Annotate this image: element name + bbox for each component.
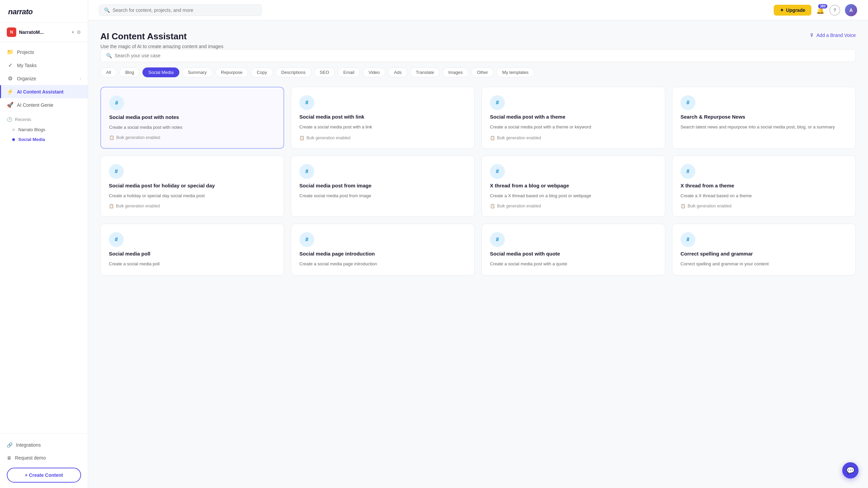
card-desc-post-with-theme: Create a social media post with a theme … — [490, 124, 657, 131]
card-post-with-quote[interactable]: #Social media post with quoteCreate a so… — [481, 224, 665, 276]
card-desc-holiday-special-day: Create a holiday or special day social m… — [109, 192, 276, 199]
dot-icon — [12, 128, 15, 131]
logo-area: narrato — [0, 0, 88, 23]
card-icon-x-thread-theme: # — [680, 164, 695, 179]
request-demo-link[interactable]: 🖥 Request demo — [7, 452, 81, 464]
filter-tag-all[interactable]: All — [100, 67, 117, 77]
card-icon-post-with-notes: # — [109, 96, 124, 110]
sidebar-item-organize[interactable]: ⚙ Organize › — [0, 72, 88, 85]
workspace-selector[interactable]: N NarratoM... ▾ ⚙ — [0, 23, 88, 42]
copy-icon: 📋 — [490, 136, 495, 140]
copy-icon: 📋 — [490, 204, 495, 208]
help-button[interactable]: ? — [829, 5, 840, 16]
chat-support-button[interactable]: 💬 — [842, 462, 859, 479]
filter-tag-copy[interactable]: Copy — [251, 67, 273, 77]
monitor-icon: 🖥 — [7, 455, 12, 461]
filter-tag-ads[interactable]: Ads — [388, 67, 407, 77]
filter-tag-email[interactable]: Email — [338, 67, 360, 77]
tasks-icon: ✓ — [7, 62, 14, 68]
sidebar-item-ai-content-assistant[interactable]: ⚡ AI Content Assistant — [0, 85, 88, 98]
card-correct-spelling-grammar[interactable]: #Correct spelling and grammarCorrect spe… — [672, 224, 856, 276]
card-post-with-theme[interactable]: #Social media post with a themeCreate a … — [481, 87, 665, 149]
sidebar-item-ai-content-genie[interactable]: 🚀 AI Content Genie — [0, 98, 88, 111]
use-case-search-input[interactable] — [115, 53, 850, 58]
filter-tag-seo[interactable]: SEO — [314, 67, 335, 77]
integrations-label: Integrations — [16, 442, 41, 448]
chevron-down-icon: ▾ — [72, 30, 74, 35]
filter-tag-other[interactable]: Other — [471, 67, 494, 77]
clock-icon: 🕐 — [7, 117, 12, 122]
card-x-thread-blog[interactable]: #X thread from a blog or webpageCreate a… — [481, 156, 665, 217]
mic-icon: 🎙 — [810, 33, 814, 38]
card-bulk-post-with-notes: 📋Bulk generation enabled — [109, 135, 275, 140]
dot-icon — [12, 138, 15, 141]
upgrade-label: Upgrade — [786, 7, 805, 13]
card-social-media-page-intro[interactable]: #Social media page introductionCreate a … — [291, 224, 475, 276]
card-icon-social-media-page-intro: # — [299, 232, 314, 247]
gear-icon[interactable]: ⚙ — [77, 29, 81, 35]
header-actions: ✦ Upgrade 🔔 380 ? A — [774, 4, 857, 16]
card-title-correct-spelling-grammar: Correct spelling and grammar — [680, 250, 847, 257]
recent-item-label: Narrato Blogs — [18, 127, 45, 132]
card-title-holiday-special-day: Social media post for holiday or special… — [109, 182, 276, 189]
copy-icon: 📋 — [680, 204, 686, 208]
sidebar-item-my-tasks[interactable]: ✓ My Tasks — [0, 59, 88, 72]
card-icon-correct-spelling-grammar: # — [680, 232, 695, 247]
card-post-with-notes[interactable]: #Social media post with notesCreate a so… — [100, 87, 284, 149]
card-social-media-poll[interactable]: #Social media pollCreate a social media … — [100, 224, 284, 276]
recent-item-social-media[interactable]: Social Media — [0, 135, 88, 144]
upgrade-button[interactable]: ✦ Upgrade — [774, 5, 811, 16]
card-title-x-thread-theme: X thread from a theme — [680, 182, 847, 189]
brand-voice-label: Add a Brand Voice — [816, 33, 856, 38]
copy-icon: 📋 — [109, 204, 114, 208]
card-title-post-from-image: Social media post from image — [299, 182, 466, 189]
filter-bar: 🔍 AllBlogSocial MediaSummaryRepurposeCop… — [100, 49, 856, 77]
filter-tag-social-media[interactable]: Social Media — [142, 67, 179, 77]
create-content-button[interactable]: + Create Content — [7, 468, 81, 483]
card-desc-social-media-page-intro: Create a social media page introduction — [299, 261, 466, 267]
filter-tag-video[interactable]: Video — [363, 67, 386, 77]
help-icon: ? — [833, 7, 836, 13]
user-avatar[interactable]: A — [845, 4, 857, 16]
sidebar-nav: 📁 Projects ✓ My Tasks ⚙ Organize › ⚡ AI … — [0, 42, 88, 433]
filter-tag-my-templates[interactable]: My templates — [496, 67, 534, 77]
global-search-input[interactable] — [113, 7, 257, 13]
filter-tag-translate[interactable]: Translate — [410, 67, 440, 77]
sidebar-item-label: My Tasks — [17, 63, 37, 68]
chevron-right-icon: › — [80, 77, 81, 81]
sidebar-item-label: AI Content Assistant — [17, 89, 63, 95]
filter-tag-descriptions[interactable]: Descriptions — [276, 67, 312, 77]
card-desc-post-with-quote: Create a social media post with a quote — [490, 261, 657, 267]
recent-item-narrato-blogs[interactable]: Narrato Blogs — [0, 125, 88, 135]
page-title-section: AI Content Assistant Use the magic of AI… — [100, 31, 223, 49]
sidebar-item-projects[interactable]: 📁 Projects — [0, 45, 88, 59]
chat-icon: 💬 — [846, 466, 855, 474]
notifications-button[interactable]: 🔔 380 — [816, 6, 825, 14]
filter-tag-blog[interactable]: Blog — [119, 67, 140, 77]
filter-tag-repurpose[interactable]: Repurpose — [215, 67, 249, 77]
search-icon: 🔍 — [104, 7, 110, 13]
card-x-thread-theme[interactable]: #X thread from a themeCreate a X thread … — [672, 156, 856, 217]
integrations-icon: 🔗 — [7, 442, 13, 448]
add-brand-voice-button[interactable]: 🎙 Add a Brand Voice — [810, 33, 856, 38]
card-search-repurpose-news[interactable]: #Search & Repurpose NewsSearch latest ne… — [672, 87, 856, 149]
sidebar-item-label: Projects — [17, 49, 34, 55]
card-desc-post-from-image: Create social media post from image — [299, 192, 466, 209]
sidebar-item-label: Organize — [17, 76, 36, 81]
projects-icon: 📁 — [7, 49, 14, 55]
card-holiday-special-day[interactable]: #Social media post for holiday or specia… — [100, 156, 284, 217]
filter-tag-images[interactable]: Images — [442, 67, 469, 77]
filter-tag-summary[interactable]: Summary — [182, 67, 213, 77]
card-post-from-image[interactable]: #Social media post from imageCreate soci… — [291, 156, 475, 217]
card-icon-search-repurpose-news: # — [680, 95, 695, 110]
use-case-search[interactable]: 🔍 — [100, 49, 856, 62]
integrations-link[interactable]: 🔗 Integrations — [7, 439, 81, 451]
organize-icon: ⚙ — [7, 75, 14, 82]
card-title-x-thread-blog: X thread from a blog or webpage — [490, 182, 657, 189]
page-header: AI Content Assistant Use the magic of AI… — [100, 31, 856, 49]
request-demo-label: Request demo — [15, 455, 46, 461]
card-post-with-link[interactable]: #Social media post with linkCreate a soc… — [291, 87, 475, 149]
copy-icon: 📋 — [109, 135, 114, 140]
ai-assistant-icon: ⚡ — [7, 88, 14, 95]
global-search[interactable]: 🔍 — [99, 4, 262, 16]
